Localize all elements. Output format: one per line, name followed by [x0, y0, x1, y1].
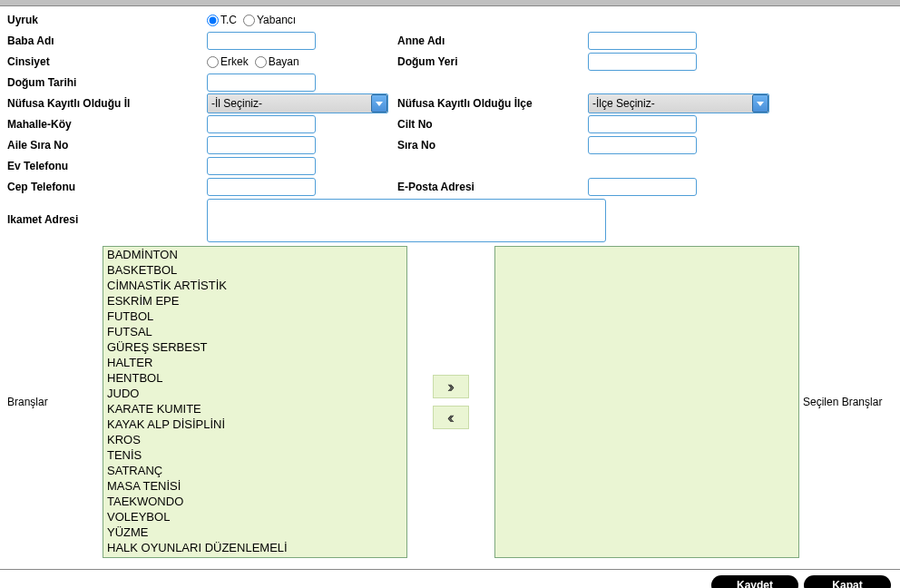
- cilt-no-input[interactable]: [588, 115, 697, 133]
- label-ikamet: Ikamet Adresi: [7, 199, 207, 226]
- label-sira-no: Sıra No: [388, 139, 588, 152]
- list-item[interactable]: CİMNASTİK ARTİSTİK: [103, 278, 406, 293]
- eposta-input[interactable]: [588, 178, 697, 196]
- kaydet-button[interactable]: Kaydet: [711, 575, 798, 588]
- list-item[interactable]: HALK OYUNLARI DÜZENLEMELİ: [103, 540, 406, 555]
- list-item[interactable]: SATRANÇ: [103, 463, 406, 478]
- list-item[interactable]: GÜREŞ SERBEST: [103, 339, 406, 355]
- branches-dual-list: Branşlar BADMİNTONBASKETBOLCİMNASTİK ART…: [7, 246, 896, 558]
- sira-no-input[interactable]: [588, 136, 697, 154]
- dogum-yeri-input[interactable]: [588, 53, 697, 71]
- label-nufus-il: Nüfusa Kayıtlı Olduğu İl: [7, 97, 207, 110]
- aile-sira-input[interactable]: [207, 136, 316, 154]
- list-item[interactable]: TENİS: [103, 447, 406, 463]
- list-item[interactable]: ESKRİM EPE: [103, 293, 406, 309]
- list-item[interactable]: MASA TENİSİ: [103, 478, 406, 494]
- available-branches-listbox[interactable]: BADMİNTONBASKETBOLCİMNASTİK ARTİSTİKESKR…: [103, 246, 407, 558]
- list-item[interactable]: JUDO: [103, 386, 406, 401]
- label-uyruk: Uyruk: [7, 14, 207, 26]
- list-item[interactable]: VOLEYBOL: [103, 509, 406, 524]
- ev-tel-input[interactable]: [207, 157, 316, 175]
- uyruk-yabanci-label: Yabancı: [257, 14, 296, 26]
- list-item[interactable]: BASKETBOL: [103, 262, 406, 278]
- list-item[interactable]: KARATE KUMITE: [103, 401, 406, 416]
- label-cilt-no: Cilt No: [388, 118, 588, 131]
- move-buttons: ›› ‹‹: [407, 375, 494, 429]
- list-item[interactable]: FUTBOL: [103, 309, 406, 324]
- list-item[interactable]: KROS: [103, 432, 406, 447]
- list-item[interactable]: BADMİNTON: [103, 247, 406, 262]
- selected-branches-listbox[interactable]: [494, 246, 799, 558]
- label-branslar: Branşlar: [7, 396, 103, 408]
- form-area: Uyruk T.C Yabancı Baba Adı Anne Adı Cins…: [0, 6, 900, 558]
- baba-adi-input[interactable]: [207, 32, 316, 50]
- ikamet-textarea[interactable]: [207, 199, 606, 242]
- label-aile-sira: Aile Sıra No: [7, 139, 207, 152]
- list-item[interactable]: KAYAK ALP DİSİPLİNİ: [103, 416, 406, 432]
- cinsiyet-erkek-radio[interactable]: [207, 56, 219, 68]
- uyruk-yabanci-radio[interactable]: [243, 15, 255, 26]
- move-left-button[interactable]: ‹‹: [433, 406, 469, 429]
- label-eposta: E-Posta Adresi: [388, 181, 588, 193]
- cinsiyet-bayan-radio[interactable]: [255, 56, 267, 68]
- label-baba-adi: Baba Adı: [7, 34, 207, 47]
- nufus-ilce-select[interactable]: -İlçe Seçiniz-: [588, 93, 769, 113]
- mahalle-input[interactable]: [207, 115, 316, 133]
- label-dogum-yeri: Doğum Yeri: [388, 55, 588, 68]
- list-item[interactable]: HALTER: [103, 355, 406, 370]
- label-ev-tel: Ev Telefonu: [7, 160, 207, 172]
- cep-tel-input[interactable]: [207, 178, 316, 196]
- list-item[interactable]: TAEKWONDO: [103, 494, 406, 509]
- cinsiyet-erkek-label: Erkek: [220, 55, 249, 68]
- anne-adi-input[interactable]: [588, 32, 697, 50]
- kapat-button[interactable]: Kapat: [804, 575, 891, 588]
- label-cep-tel: Cep Telefonu: [7, 181, 207, 193]
- list-item[interactable]: FUTSAL: [103, 324, 406, 339]
- top-toolbar-strip: [0, 0, 900, 6]
- nufus-il-select[interactable]: -İl Seçiniz-: [207, 93, 388, 113]
- uyruk-tc-label: T.C: [220, 14, 237, 26]
- label-anne-adi: Anne Adı: [388, 34, 588, 47]
- label-mahalle: Mahalle-Köy: [7, 118, 207, 131]
- list-item[interactable]: YÜZME: [103, 524, 406, 540]
- footer-bar: Kaydet Kapat: [0, 569, 900, 588]
- label-nufus-ilce: Nüfusa Kayıtlı Olduğu İlçe: [388, 97, 588, 110]
- label-cinsiyet: Cinsiyet: [7, 55, 207, 68]
- dogum-tarihi-input[interactable]: [207, 74, 316, 92]
- label-secilen: Seçilen Branşlar: [799, 396, 895, 408]
- uyruk-tc-radio[interactable]: [207, 15, 219, 26]
- uyruk-radio-group: T.C Yabancı: [207, 14, 388, 26]
- cinsiyet-radio-group: Erkek Bayan: [207, 55, 388, 68]
- label-dogum-tarihi: Doğum Tarihi: [7, 76, 207, 89]
- list-item[interactable]: HENTBOL: [103, 370, 406, 386]
- move-right-button[interactable]: ››: [433, 375, 469, 398]
- cinsiyet-bayan-label: Bayan: [269, 55, 299, 68]
